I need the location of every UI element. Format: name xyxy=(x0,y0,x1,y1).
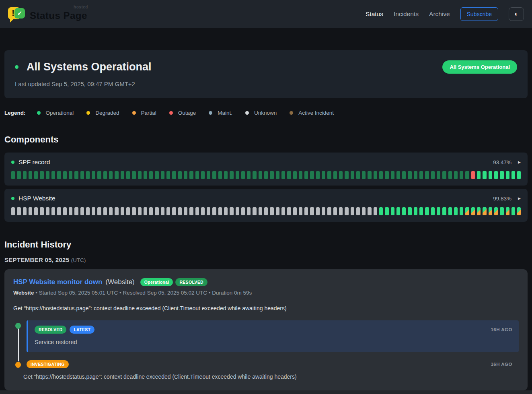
uptime-bar-unknown xyxy=(287,207,291,215)
incident-title-row: HSP Website monitor down (Website) Opera… xyxy=(13,278,519,286)
uptime-bar-unknown xyxy=(201,207,205,215)
incident-card: HSP Website monitor down (Website) Opera… xyxy=(4,269,528,390)
nav-item-status[interactable]: Status xyxy=(366,10,383,18)
uptime-bar-unknown xyxy=(166,207,170,215)
uptime-bar-operational_dim xyxy=(448,171,452,179)
uptime-bar-unknown xyxy=(241,207,245,215)
expand-arrow-icon[interactable]: ▶ xyxy=(518,160,521,164)
status-page-logo-icon: ! ✓ xyxy=(8,6,25,22)
uptime-bar-unknown xyxy=(121,207,124,215)
subscribe-button[interactable]: Subscribe xyxy=(460,7,498,21)
incident-meta: Website • Started Sep 05, 2025 05:01 UTC… xyxy=(13,290,519,296)
uptime-bar-operational_dim xyxy=(454,171,458,179)
uptime-bar-unknown xyxy=(178,207,182,215)
component-card-hsp-website: HSP Website99.83%▶ xyxy=(4,189,528,222)
uptime-bar-operational_dim xyxy=(281,171,285,179)
uptime-bar-operational_dim xyxy=(138,171,142,179)
uptime-bar-unknown xyxy=(351,207,354,215)
timeline-entries: RESOLVEDLATEST16H AGOService restoredINV… xyxy=(13,320,519,380)
uptime-bar-unknown xyxy=(51,207,55,215)
uptime-bar-unknown xyxy=(109,207,113,215)
component-uptime-percent: 99.83% xyxy=(493,196,511,202)
uptime-bar-operational_dim xyxy=(201,171,205,179)
uptime-bar-unknown xyxy=(218,207,222,215)
main-content: All Systems Operational All Systems Oper… xyxy=(0,50,532,390)
uptime-bar-operational_dim xyxy=(51,171,55,179)
uptime-bar-operational_dim xyxy=(80,171,84,179)
uptime-bar-unknown xyxy=(11,207,15,215)
uptime-bar-operational_dim xyxy=(63,171,67,179)
timeline-entry-update: INVESTIGATING16H AGOGet “https://hosteds… xyxy=(27,359,519,380)
legend-item-label: Maint. xyxy=(218,110,232,116)
legend-item-label: Partial xyxy=(141,110,156,116)
expand-arrow-icon[interactable]: ▶ xyxy=(518,196,521,200)
theme-toggle-button[interactable]: ◐ xyxy=(509,7,524,21)
uptime-bar-unknown xyxy=(276,207,279,215)
uptime-bar-unknown xyxy=(236,207,239,215)
header: ! ✓ Status Page hosted StatusIncidentsAr… xyxy=(0,0,532,28)
legend-item-label: Degraded xyxy=(95,110,119,116)
incident-title-link[interactable]: HSP Website monitor down xyxy=(13,278,102,286)
uptime-bar-operational xyxy=(460,207,463,215)
uptime-bar-operational_dim xyxy=(465,171,469,179)
nav-item-incidents[interactable]: Incidents xyxy=(394,10,419,18)
uptime-bar-unknown xyxy=(132,207,136,215)
uptime-bar-operational_dim xyxy=(166,171,170,179)
uptime-bar-unknown xyxy=(23,207,27,215)
incident-date-heading: SEPTEMBER 05, 2025 (UTC) xyxy=(4,256,528,263)
uptime-bar-operational_dim xyxy=(316,171,320,179)
overall-status-row: All Systems Operational All Systems Oper… xyxy=(15,60,517,74)
incident-description: Get “https://hostedstatus.page”: context… xyxy=(13,305,519,311)
uptime-bar-operational xyxy=(437,207,440,215)
uptime-bar-operational xyxy=(391,207,394,215)
uptime-bar-partial xyxy=(483,207,486,215)
uptime-bar-operational xyxy=(448,207,452,215)
legend-items: OperationalDegradedPartialOutageMaint.Un… xyxy=(37,110,347,116)
checkmark-icon: ✓ xyxy=(14,8,25,19)
nav-item-archive[interactable]: Archive xyxy=(429,10,450,18)
components-list: SPF record93.47%▶HSP Website99.83%▶ xyxy=(4,153,528,222)
timeline-entry-text: Service restored xyxy=(35,339,512,345)
timeline-entry: INVESTIGATING16H AGOGet “https://hosteds… xyxy=(13,359,519,380)
uptime-bar-operational_dim xyxy=(264,171,268,179)
component-header[interactable]: HSP Website99.83%▶ xyxy=(11,195,521,202)
overall-status-card: All Systems Operational All Systems Oper… xyxy=(4,50,528,98)
header-right: StatusIncidentsArchive Subscribe ◐ xyxy=(366,7,524,21)
footer-strip xyxy=(0,390,532,394)
logo-bubble-tail xyxy=(10,18,14,23)
incident-history-heading: Incident History xyxy=(4,239,528,250)
uptime-bar-operational xyxy=(385,207,388,215)
uptime-bar-operational xyxy=(379,207,383,215)
uptime-bar-partial xyxy=(517,207,521,215)
uptime-bar-operational_dim xyxy=(189,171,193,179)
legend-item-label: Outage xyxy=(178,110,196,116)
uptime-bar-operational xyxy=(431,207,435,215)
timeline-badge-investigating: INVESTIGATING xyxy=(27,360,69,368)
uptime-bar-operational_dim xyxy=(431,171,435,179)
uptime-bar-unknown xyxy=(144,207,147,215)
uptime-bar-operational_dim xyxy=(247,171,251,179)
uptime-bar-operational xyxy=(414,207,417,215)
brand-logo[interactable]: ! ✓ Status Page hosted xyxy=(8,6,87,22)
uptime-bar-unknown xyxy=(253,207,256,215)
uptime-bar-partial xyxy=(477,207,481,215)
uptime-bar-unknown xyxy=(345,207,348,215)
legend-item-label: Unknown xyxy=(254,110,277,116)
timeline-entry-time: 16H AGO xyxy=(491,327,512,332)
timeline-badge-resolved: RESOLVED xyxy=(35,326,66,334)
uptime-bar-operational_dim xyxy=(224,171,228,179)
uptime-bar-outage xyxy=(471,171,475,179)
uptime-bar-operational_dim xyxy=(34,171,38,179)
uptime-bar-unknown xyxy=(46,207,49,215)
uptime-bar-operational xyxy=(419,207,423,215)
timeline-entry-text: Get “https://hostedstatus.page”: context… xyxy=(23,373,512,380)
uptime-bar-operational xyxy=(425,207,429,215)
legend-dot xyxy=(169,111,173,115)
uptime-bar-operational_dim xyxy=(270,171,273,179)
legend-dot xyxy=(245,111,249,115)
uptime-bar-operational_dim xyxy=(396,171,400,179)
uptime-bar-operational_dim xyxy=(109,171,113,179)
uptime-bar-operational xyxy=(483,171,486,179)
component-header[interactable]: SPF record93.47%▶ xyxy=(11,159,521,166)
uptime-bar-operational_dim xyxy=(442,171,446,179)
